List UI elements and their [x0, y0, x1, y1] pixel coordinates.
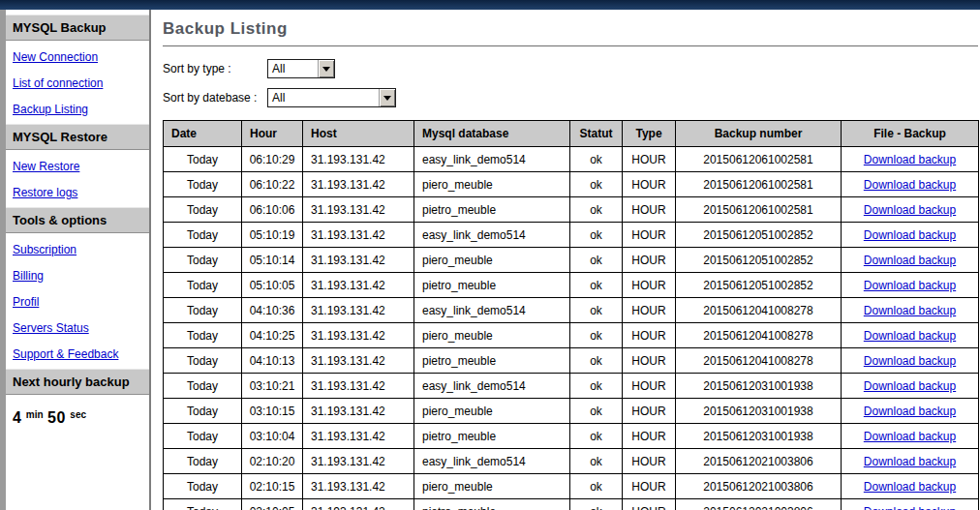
cell-date: Today: [164, 197, 242, 223]
cell-date: Today: [164, 172, 242, 197]
cell-host: 31.193.131.42: [303, 399, 414, 424]
sidebar-section-title-tools-options: Tools & options: [6, 207, 149, 233]
table-row: Today03:10:1531.193.131.42piero_meubleok…: [164, 399, 979, 424]
cell-host: 31.193.131.42: [303, 374, 414, 399]
sidebar-link-profil[interactable]: Profil: [13, 295, 39, 309]
cell-backup-number: 20150612021003806: [676, 499, 842, 510]
sidebar: MYSQL BackupNew ConnectionList of connec…: [6, 10, 151, 510]
sidebar-item-list-of-connection: List of connection: [6, 70, 149, 96]
download-backup-link[interactable]: Download backup: [864, 354, 956, 368]
download-backup-link[interactable]: Download backup: [864, 379, 956, 393]
cell-backup-number: 20150612031001938: [676, 424, 842, 449]
sidebar-link-new-restore[interactable]: New Restore: [13, 160, 79, 173]
download-backup-link[interactable]: Download backup: [864, 254, 956, 267]
sidebar-link-subscription[interactable]: Subscription: [13, 243, 77, 256]
cell-statut: ok: [570, 424, 623, 449]
chevron-down-icon[interactable]: [379, 89, 395, 106]
cell-file-backup: Download backup: [842, 474, 979, 499]
cell-file-backup: Download backup: [842, 172, 979, 197]
sidebar-link-backup-listing[interactable]: Backup Listing: [13, 103, 88, 116]
cell-database: pietro_meuble: [414, 424, 570, 449]
table-row: Today04:10:2531.193.131.42piero_meubleok…: [164, 323, 979, 348]
cell-type: HOUR: [623, 424, 676, 449]
download-backup-link[interactable]: Download backup: [864, 279, 956, 292]
download-backup-link[interactable]: Download backup: [864, 480, 956, 494]
cell-hour: 06:10:06: [242, 197, 303, 223]
sidebar-item-servers-status: Servers Status: [6, 315, 149, 341]
cell-hour: 02:10:15: [242, 474, 303, 499]
table-row: Today02:10:2031.193.131.42easy_link_demo…: [164, 449, 979, 474]
sidebar-link-restore-logs[interactable]: Restore logs: [13, 186, 77, 199]
cell-date: Today: [164, 147, 242, 172]
page-layout: MYSQL BackupNew ConnectionList of connec…: [0, 10, 980, 510]
cell-backup-number: 20150612051002852: [676, 223, 842, 248]
download-backup-link[interactable]: Download backup: [864, 405, 956, 418]
countdown-minutes: 4: [13, 409, 21, 426]
cell-type: HOUR: [623, 323, 676, 348]
sidebar-item-support-feedback: Support & Feedback: [6, 341, 149, 367]
cell-database: piero_meuble: [414, 323, 570, 348]
download-backup-link[interactable]: Download backup: [864, 455, 956, 468]
cell-type: HOUR: [623, 474, 676, 499]
table-row: Today03:10:2131.193.131.42easy_link_demo…: [164, 374, 979, 399]
download-backup-link[interactable]: Download backup: [864, 329, 956, 343]
sidebar-link-servers-status[interactable]: Servers Status: [13, 321, 89, 335]
sort-by-database-value: All: [268, 91, 379, 105]
cell-date: Today: [164, 223, 242, 248]
sort-by-type-select[interactable]: All: [267, 59, 335, 78]
sort-by-database-row: Sort by datebase : All: [163, 88, 980, 107]
sort-by-database-select[interactable]: All: [267, 88, 396, 107]
sort-by-database-label: Sort by datebase :: [163, 91, 267, 105]
sidebar-link-new-connection[interactable]: New Connection: [13, 50, 98, 64]
download-backup-link[interactable]: Download backup: [864, 505, 956, 510]
cell-database: pietro_meuble: [414, 197, 570, 223]
table-row: Today03:10:0431.193.131.42pietro_meubleo…: [164, 424, 979, 449]
cell-backup-number: 20150612061002581: [676, 147, 842, 172]
sidebar-link-billing[interactable]: Billing: [13, 269, 44, 283]
cell-database: pietro_meuble: [414, 348, 570, 374]
cell-hour: 03:10:04: [242, 424, 303, 449]
download-backup-link[interactable]: Download backup: [864, 153, 956, 166]
cell-file-backup: Download backup: [842, 348, 979, 374]
cell-type: HOUR: [623, 223, 676, 248]
cell-statut: ok: [570, 147, 623, 172]
cell-type: HOUR: [623, 374, 676, 399]
cell-statut: ok: [570, 374, 623, 399]
download-backup-link[interactable]: Download backup: [864, 430, 956, 443]
table-row: Today06:10:2231.193.131.42piero_meubleok…: [164, 172, 979, 197]
download-backup-link[interactable]: Download backup: [864, 304, 956, 317]
cell-hour: 02:10:20: [242, 449, 303, 474]
cell-statut: ok: [570, 172, 623, 197]
cell-database: pietro_meuble: [414, 499, 570, 510]
cell-backup-number: 20150612021003806: [676, 474, 842, 499]
download-backup-link[interactable]: Download backup: [864, 228, 956, 242]
cell-statut: ok: [570, 273, 623, 298]
table-row: Today06:10:2931.193.131.42easy_link_demo…: [164, 147, 979, 172]
cell-backup-number: 20150612031001938: [676, 374, 842, 399]
sidebar-section-title-mysql-backup: MYSQL Backup: [6, 15, 149, 41]
cell-statut: ok: [570, 348, 623, 374]
column-header-backup-number: Backup number: [676, 121, 842, 147]
chevron-down-icon[interactable]: [318, 60, 334, 77]
cell-file-backup: Download backup: [842, 399, 979, 424]
column-header-statut: Statut: [570, 121, 623, 147]
cell-date: Today: [164, 399, 242, 424]
cell-host: 31.193.131.42: [303, 323, 414, 348]
column-header-date: Date: [164, 121, 242, 147]
cell-type: HOUR: [623, 147, 676, 172]
download-backup-link[interactable]: Download backup: [864, 203, 956, 217]
sidebar-item-restore-logs: Restore logs: [6, 179, 149, 205]
cell-file-backup: Download backup: [842, 248, 979, 273]
cell-file-backup: Download backup: [842, 499, 979, 510]
cell-hour: 04:10:25: [242, 323, 303, 348]
download-backup-link[interactable]: Download backup: [864, 178, 956, 192]
cell-host: 31.193.131.42: [303, 147, 414, 172]
cell-statut: ok: [570, 474, 623, 499]
cell-type: HOUR: [623, 399, 676, 424]
cell-statut: ok: [570, 499, 623, 510]
sidebar-link-list-of-connection[interactable]: List of connection: [13, 76, 103, 90]
sidebar-link-support-feedback[interactable]: Support & Feedback: [13, 347, 118, 361]
main-content: Backup Listing Sort by type : All Sort b…: [151, 10, 980, 510]
cell-file-backup: Download backup: [842, 147, 979, 172]
column-header-host: Host: [303, 121, 414, 147]
